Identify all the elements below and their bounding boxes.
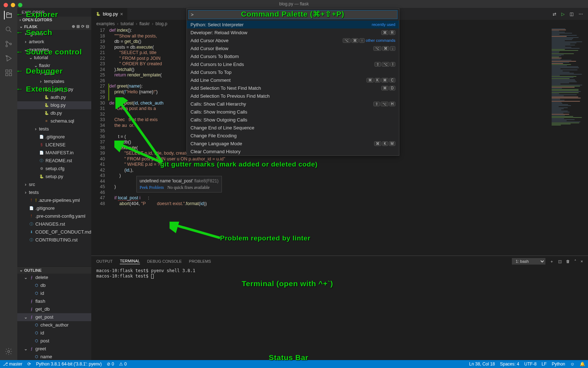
tree-item[interactable]: !! .azure-pipelines.yml bbox=[17, 196, 91, 204]
encoding[interactable]: UTF-8 bbox=[524, 362, 536, 367]
palette-item[interactable]: Add Cursors To Top bbox=[187, 68, 399, 76]
tree-item[interactable]: ⓘCONTRIBUTING.rst bbox=[17, 236, 91, 244]
breadcrumb-seg[interactable]: blog.p bbox=[155, 21, 167, 26]
tree-item[interactable]: 🐍blog.py bbox=[17, 101, 91, 109]
collapse-icon[interactable]: ⊟ bbox=[86, 24, 89, 29]
outline-item[interactable]: ⌄⨍get_post bbox=[17, 313, 91, 321]
tree-item[interactable]: !.pre-commit-config.yaml bbox=[17, 212, 91, 220]
peek-problem-link[interactable]: Peek Problem bbox=[140, 185, 164, 190]
palette-item[interactable]: Add Cursor Above⌥⌘↑ other commands bbox=[187, 36, 399, 44]
tree-item[interactable]: ⓘCHANGES.rst bbox=[17, 220, 91, 228]
git-branch[interactable]: ⎇ master bbox=[3, 362, 22, 367]
close-tab-icon[interactable]: × bbox=[120, 11, 123, 17]
palette-item[interactable]: Change Language Mode⌘KM bbox=[187, 139, 399, 147]
tree-item[interactable]: ›artwork bbox=[17, 38, 91, 46]
extensions-icon[interactable] bbox=[4, 68, 13, 77]
search-icon[interactable] bbox=[4, 25, 13, 34]
cursor-position[interactable]: Ln 38, Col 18 bbox=[469, 362, 495, 367]
terminal-select[interactable]: 1: bash bbox=[512, 258, 545, 265]
palette-item[interactable]: Add Line Comment⌘K⌘C bbox=[187, 76, 399, 84]
palette-item[interactable]: Calls: Show Outgoing Calls bbox=[187, 116, 399, 124]
outline-item[interactable]: ⨍flash bbox=[17, 297, 91, 305]
tree-item[interactable]: 🐍setup.py bbox=[17, 173, 91, 181]
palette-item[interactable]: Add Selection To Previous Find Match bbox=[187, 92, 399, 100]
terminal-body[interactable]: macos-10:flask test$ pyenv shell 3.8.1 m… bbox=[91, 267, 588, 360]
minimap[interactable] bbox=[548, 28, 588, 256]
outline-item[interactable]: ⨍get_db bbox=[17, 305, 91, 313]
indent-setting[interactable]: Spaces: 4 bbox=[500, 362, 519, 367]
palette-item[interactable]: Add Selection To Next Find Match⌘D bbox=[187, 84, 399, 92]
palette-item[interactable]: Change File Encoding bbox=[187, 132, 399, 139]
tree-item[interactable]: ≡schema.sql bbox=[17, 117, 91, 125]
tree-item[interactable]: 📄MANIFEST.in bbox=[17, 149, 91, 157]
breadcrumb-seg[interactable]: flaskr bbox=[139, 21, 150, 26]
sync-icon[interactable]: ⟳ bbox=[27, 362, 31, 367]
refresh-icon[interactable]: ⟳ bbox=[81, 24, 84, 29]
tree-item[interactable]: 📄.gitignore bbox=[17, 204, 91, 212]
more-icon[interactable]: ⋯ bbox=[579, 12, 583, 17]
new-file-icon[interactable]: ⊕ bbox=[72, 24, 75, 29]
panel-tab[interactable]: PROBLEMS bbox=[189, 259, 211, 263]
language-mode[interactable]: Python bbox=[552, 362, 565, 367]
workspace-header[interactable]: ⌄FLASK ⊕ ⊞ ⟳ ⊟ bbox=[17, 23, 91, 30]
notifications-icon[interactable]: 🔔 bbox=[580, 362, 585, 367]
close-panel-icon[interactable]: × bbox=[581, 259, 583, 263]
palette-item[interactable]: Python: Select Interpreter recently used bbox=[187, 21, 399, 28]
tree-item[interactable]: ⌄flaskr bbox=[17, 62, 91, 70]
palette-item[interactable]: Calls: Show Call Hierarchy⇧⌥H bbox=[187, 100, 399, 108]
outline-item[interactable]: ⬡post bbox=[17, 337, 91, 345]
outline-header[interactable]: ⌄OUTLINE bbox=[17, 266, 91, 274]
breadcrumb-seg[interactable]: examples bbox=[96, 21, 115, 26]
command-palette[interactable]: > Python: Select Interpreter recently us… bbox=[187, 8, 399, 156]
errors-count[interactable]: ⊘ 0 bbox=[107, 362, 114, 367]
panel-tab[interactable]: OUTPUT bbox=[96, 259, 113, 263]
split-editor-icon[interactable]: ◫ bbox=[570, 12, 574, 17]
outline-item[interactable]: ⌄⨍delete bbox=[17, 274, 91, 281]
file-tree[interactable]: ›.github›artwork⌄examples⌄tutorial⌄flask… bbox=[17, 30, 91, 266]
tree-item[interactable]: ⓘREADME.rst bbox=[17, 157, 91, 165]
kill-terminal-icon[interactable]: 🗑 bbox=[566, 259, 570, 263]
tree-item[interactable]: ⌄examples bbox=[17, 46, 91, 54]
compare-icon[interactable]: ⇄ bbox=[553, 12, 556, 17]
new-folder-icon[interactable]: ⊞ bbox=[76, 24, 80, 29]
settings-gear-icon[interactable] bbox=[4, 347, 13, 356]
tree-item[interactable]: ⚙setup.cfg bbox=[17, 165, 91, 173]
outline-item[interactable]: ⌄⨍greet bbox=[17, 345, 91, 353]
palette-item[interactable]: Developer: Reload Window⌘R bbox=[187, 28, 399, 36]
close-window-icon[interactable] bbox=[4, 3, 8, 7]
run-icon[interactable]: ▷ bbox=[561, 12, 565, 17]
warnings-count[interactable]: ⚠ 0 bbox=[119, 362, 127, 367]
tree-item[interactable]: ›src bbox=[17, 181, 91, 189]
source-control-icon[interactable] bbox=[4, 40, 13, 48]
tree-item[interactable]: ›static bbox=[17, 70, 91, 77]
split-terminal-icon[interactable]: ◫ bbox=[558, 259, 562, 264]
tree-item[interactable]: ›tests bbox=[17, 125, 91, 133]
tree-item[interactable]: ›tests bbox=[17, 189, 91, 196]
tree-item[interactable]: ⬇CODE_OF_CONDUCT.md bbox=[17, 228, 91, 236]
breadcrumb-seg[interactable]: tutorial bbox=[120, 21, 133, 26]
python-interpreter[interactable]: Python 3.8.1 64-bit ('3.8.1': pyenv) bbox=[36, 362, 102, 367]
palette-item[interactable]: Calls: Show Incoming Calls bbox=[187, 108, 399, 116]
eol[interactable]: LF bbox=[541, 362, 547, 367]
palette-input[interactable]: > bbox=[188, 10, 398, 19]
tree-item[interactable]: 📄.gitignore bbox=[17, 133, 91, 141]
feedback-icon[interactable]: ☺ bbox=[570, 362, 575, 367]
panel-tab[interactable]: DEBUG CONSOLE bbox=[147, 259, 182, 263]
minimize-window-icon[interactable] bbox=[11, 3, 15, 7]
tree-item[interactable]: ›templates bbox=[17, 77, 91, 85]
explorer-icon[interactable] bbox=[4, 11, 13, 19]
palette-item[interactable]: Change End of Line Sequence bbox=[187, 124, 399, 132]
outline-item[interactable]: ⬡id bbox=[17, 329, 91, 337]
outline-item[interactable]: ⬡id bbox=[17, 289, 91, 297]
tree-item[interactable]: 🐍auth.py bbox=[17, 93, 91, 101]
open-editors-header[interactable]: ›OPEN EDITORS bbox=[17, 17, 91, 23]
palette-item[interactable]: Add Cursors to Line Ends⇧⌥I bbox=[187, 60, 399, 68]
outline-item[interactable]: ⬡name bbox=[17, 353, 91, 360]
window-controls[interactable] bbox=[4, 3, 22, 7]
palette-item[interactable]: Add Cursor Below⌥⌘↓ bbox=[187, 44, 399, 52]
tree-item[interactable]: 🐍db.py bbox=[17, 109, 91, 117]
zoom-window-icon[interactable] bbox=[18, 3, 22, 7]
new-terminal-icon[interactable]: ＋ bbox=[550, 259, 554, 264]
tree-item[interactable]: ›.github bbox=[17, 30, 91, 38]
tab-blog-py[interactable]: 🐍 blog.py × bbox=[91, 8, 128, 20]
